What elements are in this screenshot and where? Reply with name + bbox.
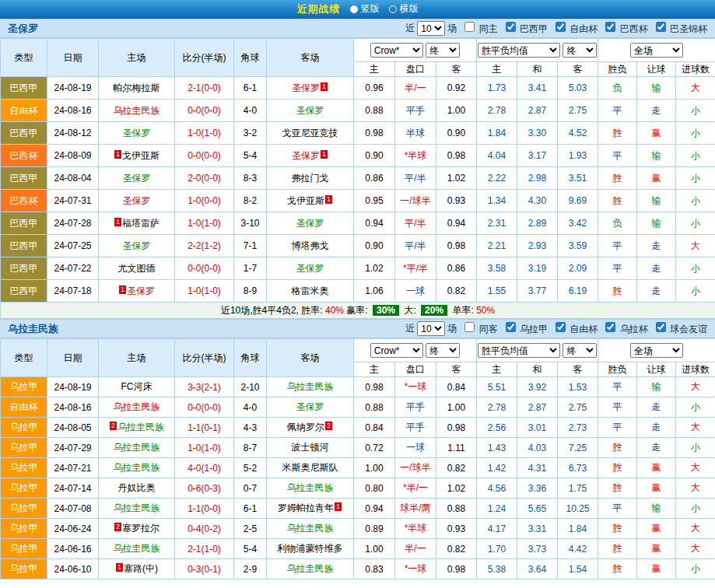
- team-link[interactable]: 圣保罗: [296, 218, 324, 229]
- same-venue-label: 同客: [479, 324, 498, 334]
- team-link[interactable]: 佩纳罗尔: [287, 422, 324, 432]
- team-link[interactable]: 乌拉圭民族: [114, 502, 160, 513]
- team-link[interactable]: 圣保罗: [296, 401, 324, 412]
- team-link[interactable]: 福塔雷萨: [122, 218, 159, 229]
- handicap-result-indicator: 走: [637, 257, 676, 280]
- radio-unselected-icon[interactable]: [389, 5, 397, 13]
- euro-odds-draw: 2.89: [517, 212, 558, 235]
- team-link[interactable]: 乌拉圭民族: [114, 442, 160, 453]
- final-euro-select[interactable]: 终: [563, 343, 597, 358]
- league-filter[interactable]: 巴西甲: [500, 22, 548, 36]
- match-row: 巴西甲24-07-281福塔雷萨1-0(1-0)3-10圣保罗0.94平/半0.…: [1, 212, 715, 235]
- euro-odds-home: 2.22: [477, 167, 517, 190]
- league-filter[interactable]: 乌拉甲: [500, 322, 548, 336]
- team-link[interactable]: 米斯奥尼斯队: [282, 462, 338, 473]
- team-link[interactable]: 圣保罗: [292, 150, 320, 161]
- team-link[interactable]: 尤文图德: [118, 263, 156, 274]
- team-link[interactable]: 乌拉圭民族: [114, 543, 160, 554]
- team-link[interactable]: 乌拉圭民族: [117, 422, 164, 432]
- team-link[interactable]: 乌拉圭民族: [114, 401, 160, 412]
- team-name[interactable]: 圣保罗: [8, 22, 38, 36]
- team-link[interactable]: 塞罗拉尔: [122, 523, 159, 534]
- league-filter[interactable]: 巴西杯: [600, 22, 647, 36]
- team-link[interactable]: 乌拉圭民族: [287, 482, 334, 493]
- team-link[interactable]: 乌拉圭民族: [287, 523, 334, 534]
- team-link[interactable]: 丹奴比奥: [118, 482, 156, 493]
- same-venue-filter[interactable]: 同客: [459, 322, 497, 336]
- euro-odds-away: 9.69: [558, 190, 598, 212]
- team-link[interactable]: 圣保罗: [296, 105, 324, 116]
- team-link[interactable]: 戈亚尼亚竞技: [282, 128, 338, 138]
- team-link[interactable]: 圣保罗: [123, 195, 151, 206]
- team-link[interactable]: 波士顿河: [292, 442, 329, 453]
- same-venue-checkbox[interactable]: [464, 322, 475, 332]
- league-checkbox[interactable]: [556, 322, 566, 332]
- final-euro-select[interactable]: 终: [563, 43, 597, 58]
- team-name[interactable]: 乌拉圭民族: [8, 322, 58, 336]
- league-badge: 巴西杯: [1, 190, 47, 212]
- scope-select[interactable]: 全场: [630, 43, 683, 58]
- team-link[interactable]: 圣保罗: [296, 263, 324, 274]
- rank-badge: 1: [114, 150, 121, 159]
- match-date: 24-07-22: [47, 257, 99, 280]
- team-link[interactable]: 乌拉圭民族: [114, 462, 160, 473]
- league-checkbox[interactable]: [656, 322, 666, 332]
- layout-horizontal-option[interactable]: 横版: [389, 2, 419, 16]
- match-row: 巴西甲24-07-22尤文图德0-0(0-0)1-7圣保罗1.02*平/半0.8…: [1, 257, 715, 280]
- team-link[interactable]: 乌拉圭民族: [114, 105, 160, 116]
- score: 1-1(0-0): [175, 499, 234, 519]
- same-venue-checkbox[interactable]: [464, 22, 475, 32]
- asian-handicap: *半球: [395, 145, 436, 167]
- europe-odds-select[interactable]: 胜平负均值: [478, 343, 560, 358]
- same-venue-filter[interactable]: 同主: [459, 22, 497, 36]
- league-checkbox[interactable]: [506, 22, 516, 32]
- team-link[interactable]: 利物浦蒙特维多: [278, 543, 343, 554]
- team-link[interactable]: FC河床: [121, 381, 152, 392]
- handicap-result-indicator: 赢: [637, 167, 676, 190]
- odds-company-select[interactable]: Crow*: [370, 43, 423, 58]
- radio-selected-icon[interactable]: [350, 5, 358, 13]
- home-team-cell: 1圣保罗: [99, 280, 175, 303]
- league-checkbox[interactable]: [506, 322, 516, 332]
- league-filter[interactable]: 自由杯: [550, 22, 598, 36]
- team-link[interactable]: 戈伊亚斯: [287, 195, 324, 206]
- league-filter[interactable]: 球会友谊: [650, 322, 707, 336]
- final-odds-select[interactable]: 终: [426, 343, 460, 358]
- odds-company-select[interactable]: Crow*: [370, 343, 423, 358]
- team-link[interactable]: 圣保罗: [127, 285, 155, 296]
- team-link[interactable]: 圣保罗: [292, 82, 320, 93]
- team-link[interactable]: 乌拉圭民族: [287, 381, 334, 392]
- match-count-select[interactable]: 10: [417, 21, 445, 36]
- sub-header-away-odds: 客: [436, 362, 477, 377]
- team-link[interactable]: 弗拉门戈: [292, 173, 329, 184]
- handicap-result-indicator: 走: [637, 100, 676, 122]
- team-link[interactable]: 罗姆帕拉青年: [278, 502, 334, 513]
- handicap-result-indicator: 赢: [637, 478, 676, 499]
- league-checkbox[interactable]: [656, 22, 666, 32]
- team-link[interactable]: 帕尔梅拉斯: [114, 82, 160, 93]
- league-filter[interactable]: 巴圣锦杯: [650, 22, 707, 36]
- league-checkbox[interactable]: [605, 322, 615, 332]
- team-link[interactable]: 戈伊亚斯: [122, 150, 159, 161]
- team-link[interactable]: 博塔弗戈: [292, 240, 329, 251]
- team-link[interactable]: 乌拉圭民族: [287, 563, 334, 574]
- team-link[interactable]: 格雷米奥: [292, 285, 329, 296]
- team-link[interactable]: 圣保罗: [123, 173, 151, 184]
- league-checkbox[interactable]: [605, 22, 615, 32]
- euro-odds-draw: 5.65: [517, 499, 558, 519]
- scope-select[interactable]: 全场: [630, 343, 683, 358]
- europe-odds-select[interactable]: 胜平负均值: [478, 43, 560, 58]
- league-filter[interactable]: 乌拉杯: [600, 322, 647, 336]
- team-link[interactable]: 圣保罗: [123, 240, 151, 251]
- match-count-select[interactable]: 10: [417, 321, 445, 336]
- euro-odds-draw: 3.64: [517, 559, 558, 579]
- near-label: 近: [405, 22, 415, 35]
- score: 1-0(1-0): [175, 280, 234, 303]
- layout-vertical-option[interactable]: 竖版: [350, 2, 380, 16]
- team-link[interactable]: 圣保罗: [123, 128, 151, 138]
- final-odds-select[interactable]: 终: [426, 43, 460, 58]
- league-filter[interactable]: 自由杯: [550, 322, 598, 336]
- league-checkbox[interactable]: [556, 22, 566, 32]
- team-link[interactable]: 塞路(中): [124, 563, 158, 574]
- asian-handicap: *一球: [395, 559, 436, 579]
